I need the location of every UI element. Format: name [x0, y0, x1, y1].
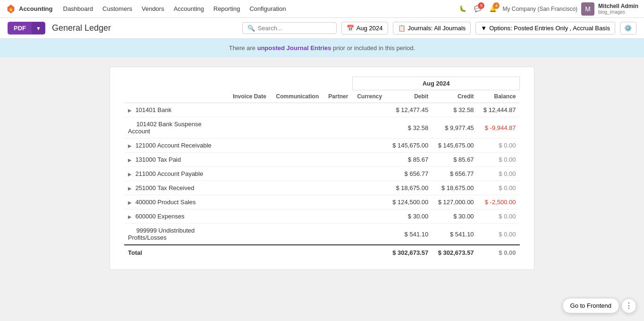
invoice-date-cell [228, 209, 271, 224]
credit-cell: $ 9,977.45 [432, 117, 477, 139]
invoice-date-cell [228, 153, 271, 167]
table-row: ▶ 251000 Tax Received $ 18,675.00 $ 18,6… [124, 181, 520, 195]
currency-cell [353, 181, 387, 195]
report-card: Aug 2024 Invoice Date Communication Part… [110, 67, 534, 270]
partner-cell [324, 224, 353, 245]
account-cell[interactable]: ▶ 600000 Expenses [124, 209, 228, 224]
partner-cell [324, 209, 353, 224]
options-filter-label: Options: Posted Entries Only , Accrual B… [489, 25, 610, 32]
account-name[interactable]: 600000 Expenses [136, 213, 185, 220]
currency-cell [353, 153, 387, 167]
balance-cell: $ 0.00 [478, 139, 520, 153]
user-avatar[interactable]: M [581, 2, 594, 16]
balance-cell: $ 12,444.87 [478, 103, 520, 117]
toolbar: PDF ▼ General Ledger 🔍 📅 Aug 2024 📋 Jour… [0, 18, 644, 39]
settings-button[interactable]: ⚙️ [620, 22, 636, 35]
search-box[interactable]: 🔍 [242, 22, 337, 34]
total-debit: $ 302,673.57 [387, 245, 432, 260]
account-cell[interactable]: ▶ 400000 Product Sales [124, 195, 228, 209]
credit-cell: $ 145,675.00 [432, 139, 477, 153]
total-balance: $ 0.00 [478, 245, 520, 260]
total-label: Total [124, 245, 387, 260]
account-name[interactable]: 400000 Product Sales [136, 199, 196, 206]
expand-arrow[interactable]: ▶ [128, 200, 132, 205]
expand-arrow[interactable]: ▶ [128, 157, 132, 163]
communication-cell [271, 117, 324, 139]
table-row: ▶ 131000 Tax Paid $ 85.67 $ 85.67 $ 0.00 [124, 153, 520, 167]
communication-cell [271, 181, 324, 195]
banner-text-before: There are [229, 44, 257, 52]
search-icon: 🔍 [247, 25, 255, 32]
account-name[interactable]: 251000 Tax Received [136, 184, 195, 191]
main-content: Aug 2024 Invoice Date Communication Part… [0, 57, 644, 279]
table-row: 999999 Undistributed Profits/Losses $ 54… [124, 224, 520, 245]
balance-cell: $ 0.00 [478, 181, 520, 195]
communication-cell [271, 153, 324, 167]
debit-cell: $ 85.67 [387, 153, 432, 167]
expand-arrow[interactable]: ▶ [128, 108, 132, 113]
logo-icon [6, 4, 16, 14]
debit-cell: $ 656.77 [387, 167, 432, 181]
invoice-date-cell [228, 139, 271, 153]
banner-link[interactable]: unposted Journal Entries [257, 44, 331, 52]
nav-item-accounting[interactable]: Accounting [169, 2, 209, 15]
currency-cell [353, 139, 387, 153]
account-name[interactable]: 131000 Tax Paid [136, 156, 181, 163]
invoice-date-cell [228, 195, 271, 209]
app-logo[interactable]: Accounting [6, 4, 53, 14]
invoice-date-cell [228, 103, 271, 117]
user-subtitle: blog_images [598, 9, 638, 15]
account-name[interactable]: 101401 Bank [136, 106, 172, 113]
journal-icon: 📋 [398, 25, 406, 32]
communication-cell [271, 195, 324, 209]
expand-arrow[interactable]: ▶ [128, 186, 132, 191]
currency-cell [353, 195, 387, 209]
credit-cell: $ 30.00 [432, 209, 477, 224]
credit-cell: $ 541.10 [432, 224, 477, 245]
user-name: Mitchell Admin [598, 3, 638, 9]
account-name[interactable]: 211000 Account Payable [136, 170, 203, 177]
bug-icon-btn[interactable]: 🐛 [457, 3, 468, 14]
communication-cell [271, 167, 324, 181]
credit-cell: $ 127,000.00 [432, 195, 477, 209]
account-name[interactable]: 999999 Undistributed Profits/Losses [128, 227, 195, 241]
nav-item-customers[interactable]: Customers [98, 2, 137, 15]
col-currency: Currency [353, 90, 387, 103]
col-invoice-date: Invoice Date [228, 90, 271, 103]
account-cell[interactable]: ▶ 211000 Account Payable [124, 167, 228, 181]
account-cell[interactable]: ▶ 121000 Account Receivable [124, 139, 228, 153]
account-cell[interactable]: 999999 Undistributed Profits/Losses [124, 224, 228, 245]
table-row: ▶ 400000 Product Sales $ 124,500.00 $ 12… [124, 195, 520, 209]
account-name[interactable]: 101402 Bank Suspense Account [128, 121, 202, 135]
account-cell[interactable]: ▶ 131000 Tax Paid [124, 153, 228, 167]
expand-arrow[interactable]: ▶ [128, 143, 132, 148]
search-input[interactable] [258, 25, 331, 32]
options-filter-button[interactable]: ▼ Options: Posted Entries Only , Accrual… [475, 22, 615, 35]
date-filter-button[interactable]: 📅 Aug 2024 [341, 22, 388, 35]
total-credit: $ 302,673.57 [432, 245, 477, 260]
nav-item-reporting[interactable]: Reporting [209, 2, 245, 15]
info-banner: There are unposted Journal Entries prior… [0, 39, 644, 57]
chat-icon-btn[interactable]: 💬 5 [472, 3, 483, 14]
expand-arrow[interactable]: ▶ [128, 172, 132, 177]
alert-badge: 4 [493, 2, 500, 9]
journal-filter-button[interactable]: 📋 Journals: All Journals [393, 22, 471, 35]
nav-item-configuration[interactable]: Configuration [245, 2, 290, 15]
account-cell[interactable]: ▶ 101401 Bank [124, 103, 228, 117]
account-cell[interactable]: 101402 Bank Suspense Account [124, 117, 228, 139]
pdf-button-group[interactable]: PDF ▼ [8, 22, 45, 35]
col-balance: Balance [478, 90, 520, 103]
invoice-date-cell [228, 224, 271, 245]
nav-item-dashboard[interactable]: Dashboard [59, 2, 98, 15]
filter-icon: ▼ [481, 25, 487, 32]
pdf-main-button[interactable]: PDF [8, 22, 32, 34]
account-name[interactable]: 121000 Account Receivable [136, 142, 212, 149]
pdf-caret-button[interactable]: ▼ [32, 22, 45, 34]
debit-cell: $ 124,500.00 [387, 195, 432, 209]
alert-icon-btn[interactable]: 🔔 4 [487, 3, 499, 14]
account-cell[interactable]: ▶ 251000 Tax Received [124, 181, 228, 195]
date-filter-label: Aug 2024 [356, 25, 383, 32]
banner-text-after: prior or included in this period. [333, 44, 415, 52]
expand-arrow[interactable]: ▶ [128, 214, 132, 219]
nav-item-vendors[interactable]: Vendors [137, 2, 169, 15]
